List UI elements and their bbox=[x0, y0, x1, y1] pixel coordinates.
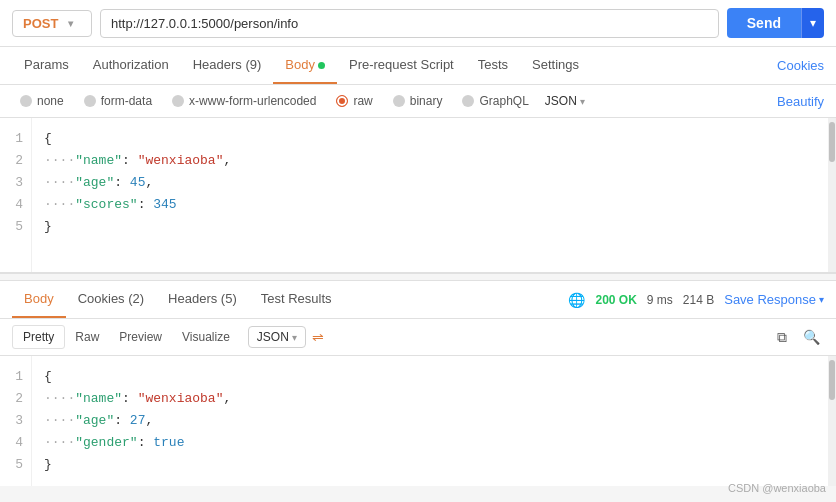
body-type-form-data[interactable]: form-data bbox=[76, 91, 160, 111]
tab-body[interactable]: Body bbox=[273, 47, 337, 84]
url-input[interactable] bbox=[100, 9, 719, 38]
save-response-button[interactable]: Save Response ▾ bbox=[724, 292, 824, 307]
beautify-button[interactable]: Beautify bbox=[777, 94, 824, 109]
response-size: 214 B bbox=[683, 293, 714, 307]
response-tab-test-results[interactable]: Test Results bbox=[249, 281, 344, 318]
req-line-5: } bbox=[44, 216, 824, 238]
send-button-wrapper: Send ▾ bbox=[727, 8, 824, 38]
radio-form-data bbox=[84, 95, 96, 107]
search-icon[interactable]: 🔍 bbox=[799, 327, 824, 348]
filter-icon[interactable]: ⇌ bbox=[312, 329, 324, 345]
body-type-graphql[interactable]: GraphQL bbox=[454, 91, 536, 111]
format-select[interactable]: JSON ▾ bbox=[545, 94, 585, 108]
copy-icon[interactable]: ⧉ bbox=[773, 327, 791, 348]
body-type-none[interactable]: none bbox=[12, 91, 72, 111]
tab-authorization[interactable]: Authorization bbox=[81, 47, 181, 84]
response-scrollbar-thumb bbox=[829, 360, 835, 400]
radio-graphql bbox=[462, 95, 474, 107]
request-code-content[interactable]: { ····"name": "wenxiaoba", ····"age": 45… bbox=[32, 118, 836, 272]
cookies-link-wrapper: Cookies bbox=[777, 58, 824, 73]
watermark: CSDN @wenxiaoba bbox=[728, 482, 826, 486]
nav-tabs: Params Authorization Headers (9) Body Pr… bbox=[0, 47, 836, 85]
resp-tab-pretty[interactable]: Pretty bbox=[12, 325, 65, 349]
tab-pre-request[interactable]: Pre-request Script bbox=[337, 47, 466, 84]
tab-settings[interactable]: Settings bbox=[520, 47, 591, 84]
response-format-select[interactable]: JSON ▾ bbox=[248, 326, 306, 348]
tab-headers[interactable]: Headers (9) bbox=[181, 47, 274, 84]
resp-tab-preview[interactable]: Preview bbox=[109, 326, 172, 348]
req-line-4: ····"scores": 345 bbox=[44, 194, 824, 216]
resp-line-1: { bbox=[44, 366, 824, 388]
radio-binary bbox=[393, 95, 405, 107]
tab-tests[interactable]: Tests bbox=[466, 47, 520, 84]
globe-icon: 🌐 bbox=[568, 292, 585, 308]
req-line-3: ····"age": 45, bbox=[44, 172, 824, 194]
req-line-1: { bbox=[44, 128, 824, 150]
response-header: Body Cookies (2) Headers (5) Test Result… bbox=[0, 281, 836, 319]
tab-params[interactable]: Params bbox=[12, 47, 81, 84]
radio-raw bbox=[336, 95, 348, 107]
cookies-link[interactable]: Cookies bbox=[777, 58, 824, 73]
resp-line-4: ····"gender": true bbox=[44, 432, 824, 454]
response-tab-cookies[interactable]: Cookies (2) bbox=[66, 281, 156, 318]
resp-tab-visualize[interactable]: Visualize bbox=[172, 326, 240, 348]
body-active-dot bbox=[318, 62, 325, 69]
send-arrow-button[interactable]: ▾ bbox=[801, 8, 824, 38]
resp-line-5: } bbox=[44, 454, 824, 476]
request-code-editor: 1 2 3 4 5 { ····"name": "wenxiaoba", ···… bbox=[0, 118, 836, 273]
request-line-numbers: 1 2 3 4 5 bbox=[0, 118, 32, 272]
response-code-editor: 1 2 3 4 5 { ····"name": "wenxiaoba", ···… bbox=[0, 356, 836, 486]
body-type-bar: none form-data x-www-form-urlencoded raw… bbox=[0, 85, 836, 118]
req-line-2: ····"name": "wenxiaoba", bbox=[44, 150, 824, 172]
method-label: POST bbox=[23, 16, 58, 31]
radio-urlencoded bbox=[172, 95, 184, 107]
response-code-content: { ····"name": "wenxiaoba", ····"age": 27… bbox=[32, 356, 836, 486]
response-tab-body[interactable]: Body bbox=[12, 281, 66, 318]
request-scrollbar-thumb bbox=[829, 122, 835, 162]
response-format-bar: Pretty Raw Preview Visualize JSON ▾ ⇌ ⧉ … bbox=[0, 319, 836, 356]
body-type-binary[interactable]: binary bbox=[385, 91, 451, 111]
response-time: 9 ms bbox=[647, 293, 673, 307]
method-chevron-icon: ▾ bbox=[68, 18, 73, 29]
send-button[interactable]: Send bbox=[727, 8, 801, 38]
radio-none bbox=[20, 95, 32, 107]
response-icons-right: ⧉ 🔍 bbox=[773, 327, 824, 348]
resp-tab-raw[interactable]: Raw bbox=[65, 326, 109, 348]
request-scrollbar[interactable] bbox=[828, 118, 836, 272]
method-select[interactable]: POST ▾ bbox=[12, 10, 92, 37]
response-status: 200 OK bbox=[595, 293, 636, 307]
body-type-raw[interactable]: raw bbox=[328, 91, 380, 111]
response-scrollbar[interactable] bbox=[828, 356, 836, 486]
resp-line-2: ····"name": "wenxiaoba", bbox=[44, 388, 824, 410]
response-tab-headers[interactable]: Headers (5) bbox=[156, 281, 249, 318]
resp-line-3: ····"age": 27, bbox=[44, 410, 824, 432]
response-line-numbers: 1 2 3 4 5 bbox=[0, 356, 32, 486]
top-bar: POST ▾ Send ▾ bbox=[0, 0, 836, 47]
body-type-urlencoded[interactable]: x-www-form-urlencoded bbox=[164, 91, 324, 111]
response-tabs: Body Cookies (2) Headers (5) Test Result… bbox=[12, 281, 344, 318]
section-divider bbox=[0, 273, 836, 281]
response-meta: 🌐 200 OK 9 ms 214 B Save Response ▾ bbox=[568, 292, 824, 308]
